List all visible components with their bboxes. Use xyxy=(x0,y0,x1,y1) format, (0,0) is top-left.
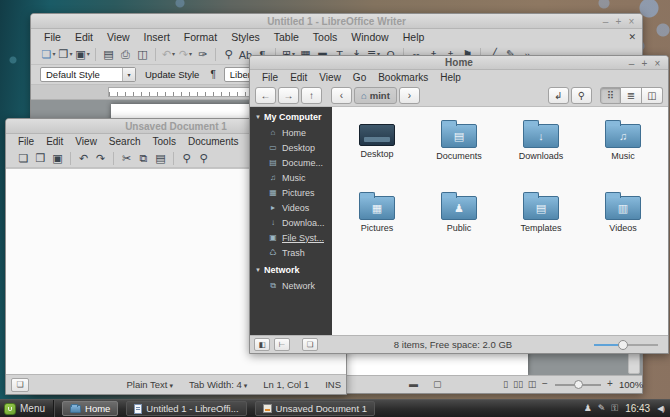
xed-menu-item[interactable]: Search xyxy=(103,136,147,147)
undo-button[interactable]: ↶ xyxy=(75,152,92,165)
sidebar-item-videos[interactable]: ▸ Videos xyxy=(250,200,332,215)
folder-music[interactable]: ♫ Music xyxy=(582,115,664,181)
sidebar-section-network[interactable]: ▼ Network xyxy=(250,260,332,278)
close-button[interactable]: × xyxy=(651,56,664,71)
nemo-menu-item[interactable]: Go xyxy=(347,72,372,83)
edit-location-button[interactable]: ↲ xyxy=(548,87,569,104)
clone-formatting-button[interactable]: ✑ xyxy=(194,48,211,61)
paste-button[interactable]: ▤ xyxy=(152,152,169,165)
zoom-out-button[interactable]: − xyxy=(542,378,548,389)
sidebar-item-pictures[interactable]: ▦ Pictures xyxy=(250,185,332,200)
single-page-view-button[interactable]: ▯ xyxy=(503,379,508,389)
nemo-menu-item[interactable]: View xyxy=(313,72,347,83)
show-thumbnails-button[interactable]: ❏ xyxy=(302,338,318,351)
maximize-button[interactable]: + xyxy=(612,14,625,29)
tab-width-select[interactable]: Tab Width: 4 xyxy=(189,379,247,390)
breadcrumb-next-button[interactable]: › xyxy=(399,87,420,104)
zoom-slider-handle[interactable] xyxy=(574,380,583,389)
writer-menu-item[interactable]: Edit xyxy=(68,31,100,43)
desktop[interactable]: Untitled 1 - LibreOffice Writer – + × Fi… xyxy=(0,0,670,417)
folder-documents[interactable]: ▤ Documents xyxy=(418,115,500,181)
print-button[interactable]: ⎙ xyxy=(117,48,134,61)
taskbar-window-home[interactable]: Home xyxy=(62,401,118,416)
volume-icon[interactable]: ◀) xyxy=(657,404,664,413)
grid-view-button[interactable]: ⠿ xyxy=(600,87,621,104)
close-document-button[interactable]: ✕ xyxy=(628,32,642,42)
taskbar-window-xed[interactable]: Unsaved Document 1 xyxy=(255,401,375,416)
nemo-menu-item[interactable]: Help xyxy=(434,72,467,83)
export-pdf-button[interactable]: ▤ xyxy=(100,48,117,61)
show-treeview-button[interactable]: ⊢ xyxy=(274,338,290,351)
chevron-down-icon[interactable]: ▾ xyxy=(122,68,135,81)
list-view-button[interactable]: ≣ xyxy=(621,87,642,104)
find-button[interactable]: ⚲ xyxy=(178,152,195,165)
show-places-button[interactable]: ◧ xyxy=(254,338,270,351)
xed-menu-item[interactable]: View xyxy=(69,136,103,147)
writer-menu-item[interactable]: Insert xyxy=(137,31,177,43)
zoom-slider[interactable] xyxy=(555,384,601,386)
print-preview-button[interactable]: ◫ xyxy=(134,48,151,61)
nemo-menu-item[interactable]: Edit xyxy=(284,72,313,83)
sidebar-item-documents[interactable]: ▤ Docume... xyxy=(250,155,332,170)
xed-menu-item[interactable]: Edit xyxy=(40,136,69,147)
sidebar-section-my-computer[interactable]: ▼ My Computer xyxy=(250,107,332,125)
nemo-menu-item[interactable]: File xyxy=(256,72,284,83)
sidebar-item-desktop[interactable]: ▭ Desktop xyxy=(250,140,332,155)
undo-button[interactable]: ↶ xyxy=(160,48,177,61)
writer-menu-item[interactable]: Table xyxy=(267,31,306,43)
folder-videos[interactable]: ▥ Videos xyxy=(582,187,664,253)
nemo-window[interactable]: Home – + × FileEditViewGoBookmarksHelp ←… xyxy=(249,55,669,354)
writer-menu-item[interactable]: Styles xyxy=(224,31,267,43)
writer-menu-item[interactable]: Help xyxy=(396,31,432,43)
icon-zoom-slider[interactable] xyxy=(588,336,664,353)
close-button[interactable]: × xyxy=(625,14,638,29)
save-button[interactable]: ▣ xyxy=(74,48,91,61)
maximize-button[interactable]: + xyxy=(638,56,651,71)
sidebar-item-trash[interactable]: ♺ Trash xyxy=(250,245,332,260)
folder-pictures[interactable]: ▦ Pictures xyxy=(336,187,418,253)
writer-menu-item[interactable]: Format xyxy=(177,31,224,43)
open-button[interactable]: ❒ xyxy=(57,48,74,61)
new-document-button[interactable]: ❏ xyxy=(15,152,32,165)
writer-menu-item[interactable]: View xyxy=(100,31,137,43)
folder-downloads[interactable]: ↓ Downloads xyxy=(500,115,582,181)
lock-icon[interactable]: ⚿ xyxy=(611,403,618,414)
sidebar-item-home[interactable]: ⌂ Home xyxy=(250,125,332,140)
highlight-mode-select[interactable]: Plain Text xyxy=(126,379,172,390)
xed-menu-item[interactable]: File xyxy=(12,136,40,147)
copy-button[interactable]: ⧉ xyxy=(135,152,152,165)
taskbar-window-writer[interactable]: Untitled 1 - LibreOffi... xyxy=(126,401,246,416)
nemo-titlebar[interactable]: Home – + × xyxy=(250,56,668,70)
up-button[interactable]: ↑ xyxy=(301,87,322,104)
xed-menu-item[interactable]: Documents xyxy=(182,136,245,147)
folder-templates[interactable]: ▤ Templates xyxy=(500,187,582,253)
sidebar-item-filesystem[interactable]: ▣ File Syst... xyxy=(250,230,332,245)
clock[interactable]: 16:43 xyxy=(625,403,650,414)
breadcrumb[interactable]: ⌂ mint xyxy=(354,87,397,104)
sidebar-item-network[interactable]: ⧉ Network xyxy=(250,278,332,293)
back-button[interactable]: ← xyxy=(255,87,276,104)
side-pane-toggle-button[interactable]: ❏ xyxy=(11,378,29,392)
sidebar-item-music[interactable]: ♫ Music xyxy=(250,170,332,185)
book-view-button[interactable]: ◫ xyxy=(528,379,537,389)
file-list-area[interactable]: Desktop ▤ Documents ↓ Downloads ♫ Music xyxy=(332,107,668,335)
zoom-in-button[interactable]: + xyxy=(607,378,613,389)
zoom-level[interactable]: 100% xyxy=(619,379,643,390)
cut-button[interactable]: ✂ xyxy=(118,152,135,165)
search-button[interactable]: ⚲ xyxy=(571,87,592,104)
xed-menu-item[interactable]: Tools xyxy=(147,136,182,147)
forward-button[interactable]: → xyxy=(278,87,299,104)
multi-page-view-button[interactable]: ▯▯ xyxy=(513,379,523,389)
sidebar-item-downloads[interactable]: ↓ Downloa... xyxy=(250,215,332,230)
writer-menu-item[interactable]: File xyxy=(37,31,68,43)
save-button[interactable]: ▣ xyxy=(49,152,66,165)
folder-desktop[interactable]: Desktop xyxy=(336,115,418,181)
redo-button[interactable]: ↷ xyxy=(177,48,194,61)
breadcrumb-prev-button[interactable]: ‹ xyxy=(331,87,352,104)
slider-handle[interactable] xyxy=(618,340,628,350)
writer-titlebar[interactable]: Untitled 1 - LibreOffice Writer – + × xyxy=(31,14,642,29)
user-icon[interactable]: ♟ xyxy=(584,403,592,414)
selection-mode-icon[interactable]: ▬ xyxy=(409,379,418,389)
new-document-button[interactable]: ❏ xyxy=(40,48,57,61)
open-button[interactable]: ❒ xyxy=(32,152,49,165)
